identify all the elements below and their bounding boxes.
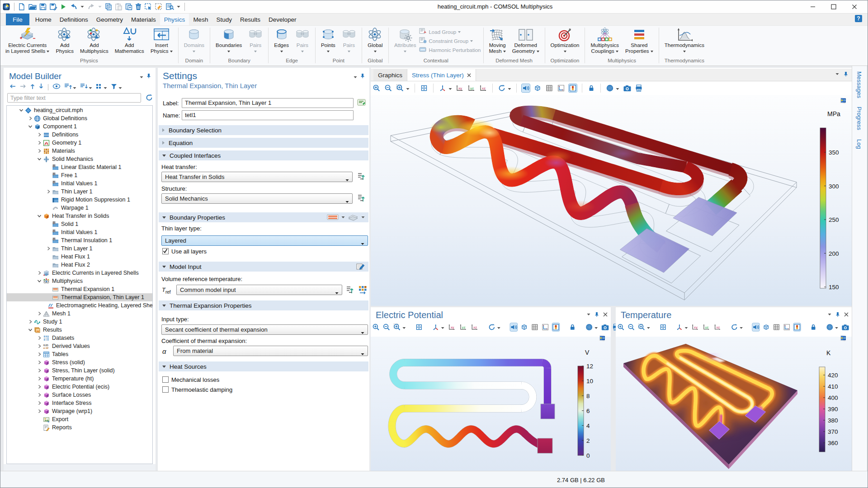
svg-text:150: 150 (829, 284, 839, 291)
svg-text:V: V (585, 349, 590, 356)
svg-text:12: 12 (586, 363, 593, 370)
svg-text:360: 360 (828, 440, 838, 446)
svg-text:yz: yz (705, 325, 709, 329)
svg-text:6: 6 (586, 408, 590, 414)
svg-text:D: D (53, 221, 55, 224)
svg-text:xz: xz (482, 86, 486, 90)
svg-text:2: 2 (586, 437, 590, 444)
svg-text:250: 250 (829, 216, 839, 223)
svg-text:8.85: 8.85 (43, 343, 48, 346)
svg-text:420: 420 (828, 372, 838, 379)
svg-text:xz: xz (717, 325, 720, 329)
svg-text:xy: xy (694, 325, 698, 329)
svg-text:e-12: e-12 (43, 347, 48, 349)
svg-text:D: D (53, 164, 55, 167)
svg-text:380: 380 (828, 417, 838, 424)
svg-text:10: 10 (586, 378, 593, 385)
svg-text:D: D (53, 180, 55, 183)
svg-text:410: 410 (828, 383, 838, 390)
svg-text:370: 370 (828, 428, 838, 435)
svg-text:yz: yz (470, 86, 474, 90)
svg-text:D: D (53, 229, 55, 232)
svg-text:yz: yz (462, 325, 466, 329)
svg-text:D: D (53, 172, 55, 175)
svg-text:200: 200 (829, 250, 839, 257)
svg-text:300: 300 (829, 183, 839, 190)
svg-text:K: K (826, 349, 831, 357)
svg-text:350: 350 (829, 149, 839, 156)
svg-text:MPa: MPa (827, 110, 840, 117)
svg-text:xz: xz (473, 325, 477, 329)
svg-text:4: 4 (586, 422, 590, 429)
svg-text:0: 0 (586, 452, 590, 459)
svg-text:390: 390 (828, 406, 838, 413)
svg-text:xy: xy (451, 325, 454, 329)
svg-text:8: 8 (586, 393, 590, 399)
svg-text:D: D (53, 237, 55, 240)
svg-text:xy: xy (458, 86, 462, 90)
svg-text:400: 400 (828, 394, 838, 401)
